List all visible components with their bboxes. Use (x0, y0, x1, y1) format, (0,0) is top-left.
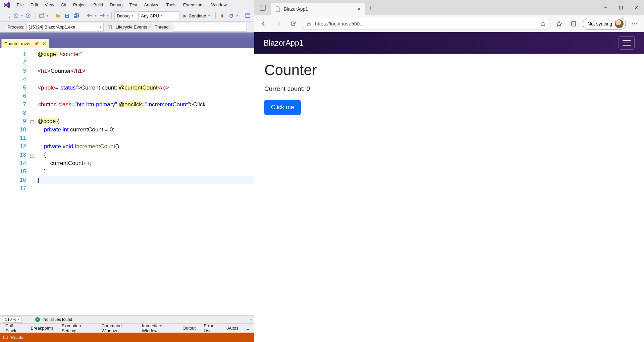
menu-window[interactable]: Window (208, 1, 230, 9)
code-area[interactable]: @page "/counter" <h1>Counter</h1> <p rol… (36, 48, 254, 315)
svg-rect-10 (260, 5, 265, 10)
panel-output[interactable]: Output (178, 324, 200, 332)
svg-rect-4 (66, 16, 68, 17)
dropdown-arrow-icon[interactable]: ▾ (47, 14, 48, 17)
forward-button (272, 18, 284, 30)
save-all-icon[interactable] (72, 12, 80, 20)
config-dropdown[interactable]: Debug▾ (114, 11, 137, 20)
dropdown-arrow-icon[interactable]: ▾ (236, 14, 238, 17)
panel-breakpoints[interactable]: Breakpoints (26, 324, 58, 332)
dropdown-arrow-icon[interactable]: ▾ (107, 14, 109, 17)
continue-button[interactable]: ▶ Continue ▾ (181, 11, 212, 20)
avatar-icon (615, 19, 624, 28)
vs-menu-bar: File Edit View Git Project Build Debug T… (0, 0, 254, 10)
svg-point-1 (26, 14, 30, 18)
browser-tab[interactable]: BlazorApp1 ✕ (271, 3, 365, 15)
nav-back-icon[interactable] (12, 12, 20, 20)
line-number-gutter: 1234567891011121314151617 (0, 48, 30, 315)
page-content: Counter Current count: 0 Click me (254, 54, 644, 123)
play-icon: ▶ (183, 13, 186, 18)
dropdown-arrow-icon[interactable]: ▾ (149, 25, 151, 29)
app-navbar: BlazorApp1 (254, 32, 644, 54)
menu-tools[interactable]: Tools (163, 1, 180, 9)
more-menu-icon[interactable] (629, 18, 641, 30)
process-dropdown[interactable]: [15324] BlazorApp1.exe ▾ (26, 23, 104, 32)
browser-tab-title: BlazorApp1 (284, 6, 354, 12)
status-text: Ready (11, 335, 23, 340)
issues-label[interactable]: No issues found (43, 317, 72, 322)
collections-icon[interactable] (568, 18, 580, 30)
menu-git[interactable]: Git (57, 1, 70, 9)
menu-edit[interactable]: Edit (27, 1, 41, 9)
pin-icon[interactable]: 📌 (34, 42, 39, 46)
panel-autos[interactable]: Autos (223, 324, 243, 332)
url-text: https://localhost:500... (315, 21, 537, 26)
browser-toolbar: https://localhost:500... Not syncing (254, 15, 644, 32)
lifecycle-icon[interactable] (106, 23, 114, 31)
svg-point-14 (632, 23, 633, 24)
svg-rect-12 (308, 23, 310, 26)
menu-build[interactable]: Build (90, 1, 106, 9)
profile-sync-button[interactable]: Not syncing (583, 18, 626, 30)
dropdown-arrow-icon[interactable]: ▾ (95, 14, 97, 17)
restart-icon[interactable] (227, 12, 235, 20)
page-title: Counter (264, 62, 634, 78)
click-me-button[interactable]: Click me (264, 100, 301, 115)
menu-debug[interactable]: Debug (106, 1, 126, 9)
menu-test[interactable]: Test (126, 1, 141, 9)
browser-link-icon[interactable] (244, 12, 252, 20)
panel-locals-truncated[interactable]: L (243, 324, 253, 332)
save-icon[interactable] (63, 12, 71, 20)
window-close-button[interactable] (629, 0, 644, 15)
menu-view[interactable]: View (41, 1, 57, 9)
vs-accent-strip (0, 33, 254, 39)
fold-gutter: − − (30, 48, 36, 315)
svg-rect-2 (40, 14, 43, 17)
continue-label: Continue (189, 13, 206, 18)
sync-label: Not syncing (588, 21, 612, 26)
hamburger-icon[interactable] (619, 36, 635, 50)
new-tab-button[interactable]: ＋ (365, 2, 376, 13)
svg-point-0 (14, 14, 18, 18)
hot-reload-icon[interactable] (218, 12, 226, 20)
app-brand[interactable]: BlazorApp1 (264, 39, 304, 48)
fold-icon[interactable]: − (30, 120, 34, 124)
browser-title-bar: BlazorApp1 ✕ ＋ (254, 0, 644, 15)
lifecycle-label[interactable]: Lifecycle Events (116, 24, 147, 30)
undo-icon[interactable] (86, 12, 94, 20)
process-label: Process: (7, 24, 24, 30)
chevron-left-icon[interactable]: ◂ (250, 318, 252, 321)
close-icon[interactable]: ✕ (42, 41, 46, 46)
menu-extensions[interactable]: Extensions (180, 1, 208, 9)
svg-rect-3 (66, 14, 68, 15)
lock-icon (306, 21, 312, 26)
close-icon[interactable]: ✕ (357, 6, 361, 12)
fold-icon[interactable]: − (30, 154, 34, 158)
open-file-icon[interactable] (54, 12, 62, 20)
nav-fwd-icon[interactable] (24, 12, 32, 20)
thread-dropdown[interactable] (173, 23, 247, 32)
new-project-icon[interactable] (38, 12, 45, 20)
maximize-button[interactable] (613, 0, 629, 15)
menu-analyze[interactable]: Analyze (141, 1, 163, 9)
back-button[interactable] (258, 18, 270, 30)
dropdown-arrow-icon[interactable]: ▾ (21, 14, 23, 17)
tab-actions-icon[interactable] (254, 5, 271, 11)
thread-label: Thread: (155, 24, 170, 30)
refresh-button[interactable] (287, 18, 299, 30)
svg-point-8 (109, 26, 110, 28)
minimize-button[interactable] (598, 0, 613, 15)
svg-rect-6 (245, 14, 250, 17)
favorites-icon[interactable] (553, 18, 565, 30)
code-editor[interactable]: 1234567891011121314151617 − − @page "/co… (0, 48, 254, 315)
redo-icon[interactable] (98, 12, 106, 20)
menu-project[interactable]: Project (70, 1, 90, 9)
menu-file[interactable]: File (13, 1, 27, 9)
edge-browser-window: BlazorApp1 ✕ ＋ https://localhost:500... (254, 0, 644, 342)
read-aloud-icon[interactable] (540, 21, 546, 27)
svg-point-15 (634, 23, 635, 24)
address-bar[interactable]: https://localhost:500... (302, 18, 550, 30)
zoom-value: 110 % (5, 317, 16, 322)
editor-tab-counter[interactable]: Counter.razor 📌 ✕ (1, 39, 49, 48)
platform-dropdown[interactable]: Any CPU▾ (139, 11, 179, 20)
